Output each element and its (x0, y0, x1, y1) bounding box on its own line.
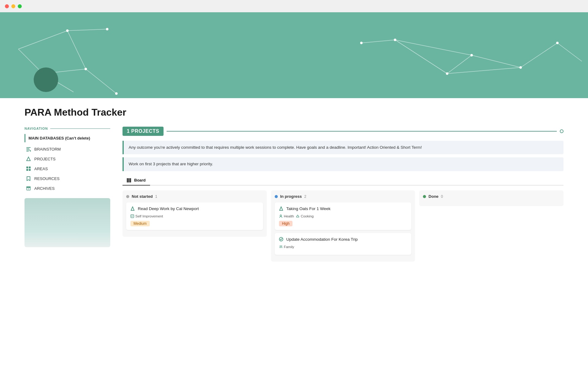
sidebar-item-areas[interactable]: AREAS (24, 164, 110, 174)
board-tab-icon (127, 178, 132, 183)
card-taking-oats[interactable]: Taking Oats For 1 Week Health (275, 202, 412, 230)
page-title: PARA Method Tracker (24, 107, 564, 118)
priority-badge-high: High (279, 221, 293, 226)
svg-point-10 (85, 68, 87, 70)
hero-banner (0, 12, 588, 98)
sidebar-item-label-areas: AREAS (34, 167, 48, 171)
dot-not-started (126, 195, 129, 198)
priority-badge-medium: Medium (130, 221, 150, 226)
minimize-button[interactable] (11, 4, 15, 8)
list-icon (26, 146, 31, 152)
svg-rect-32 (26, 167, 28, 168)
main-db-label: MAIN DATABASES (Can't delete) (28, 134, 110, 142)
main-content: PARA Method Tracker NAVIGATION MAIN DATA… (0, 98, 588, 274)
svg-line-6 (67, 31, 86, 69)
card-korea-trip[interactable]: Update Accommodation For Korea Trip (275, 233, 412, 255)
board-tabs: Board (123, 175, 564, 186)
card-check-icon-3 (279, 237, 284, 242)
svg-rect-40 (128, 178, 130, 182)
sidebar-item-resources[interactable]: RESOURCES (24, 174, 110, 183)
card-priority-1: Medium (130, 220, 259, 226)
column-done: Done 0 (419, 190, 564, 206)
svg-point-22 (446, 72, 448, 75)
content-area: 1 PROJECTS Any outcome you're actively c… (123, 127, 564, 262)
card-title-3: Update Accommodation For Korea Trip (286, 237, 358, 243)
tab-board[interactable]: Board (123, 175, 150, 186)
hero-circle (34, 67, 58, 92)
card-title-row-1: Read Deep Work by Cal Newport (130, 206, 259, 212)
sidebar-item-label-archives: ARCHIVES (34, 186, 55, 191)
column-header-done: Done 0 (423, 194, 560, 199)
svg-rect-34 (26, 169, 28, 171)
archive-icon (26, 186, 31, 191)
sidebar-image (24, 198, 110, 247)
card-priority-2: High (279, 220, 407, 226)
svg-line-15 (472, 55, 521, 67)
column-label-done: Done (428, 194, 439, 199)
dot-in-progress (275, 195, 278, 198)
section-dot (560, 129, 564, 133)
hero-svg (0, 12, 588, 98)
info-box-1: Any outcome you're actively committed to… (123, 141, 564, 154)
column-label-not-started: Not started (132, 194, 153, 199)
project-icon (26, 156, 31, 162)
svg-line-0 (18, 31, 67, 49)
card-project-icon-2 (279, 206, 284, 211)
svg-line-19 (447, 67, 521, 74)
section-line (167, 131, 557, 132)
grid-icon (26, 166, 31, 171)
column-in-progress: In progress 2 Taking Oats For 1 Week (271, 190, 415, 262)
card-tags-1: Self Improvement (130, 214, 259, 218)
sidebar-item-label-resources: RESOURCES (34, 176, 59, 181)
layout: NAVIGATION MAIN DATABASES (Can't delete) (24, 127, 564, 262)
sidebar-item-archives[interactable]: ARCHIVES (24, 183, 110, 193)
column-header-not-started: Not started 1 (126, 194, 263, 199)
titlebar (0, 0, 588, 12)
nav-section-main: MAIN DATABASES (Can't delete) (24, 134, 110, 142)
svg-marker-46 (280, 207, 283, 210)
sidebar-item-label-projects: PROJECTS (34, 157, 55, 161)
column-count-not-started: 1 (155, 194, 157, 199)
bookmark-icon (26, 176, 31, 181)
card-project-icon-1 (130, 206, 135, 211)
svg-point-25 (556, 42, 559, 44)
svg-point-11 (115, 92, 118, 95)
svg-point-21 (394, 39, 396, 41)
svg-point-20 (360, 42, 363, 44)
card-tag-self-improvement: Self Improvement (130, 214, 163, 218)
card-tag-health: Health (279, 214, 294, 218)
maximize-button[interactable] (18, 4, 22, 8)
column-count-in-progress: 2 (304, 194, 306, 199)
svg-line-17 (557, 43, 582, 61)
card-tags-2: Health Cooking (279, 214, 407, 218)
svg-rect-41 (130, 178, 131, 182)
card-tags-3: Family (279, 245, 407, 249)
column-header-in-progress: In progress 2 (275, 194, 412, 199)
card-tag-cooking: Cooking (296, 214, 314, 218)
sidebar-item-projects[interactable]: PROJECTS (24, 154, 110, 164)
close-button[interactable] (5, 4, 9, 8)
svg-marker-42 (131, 207, 134, 210)
section-title-badge: 1 PROJECTS (123, 127, 164, 136)
svg-point-30 (30, 150, 31, 151)
card-read-deep-work[interactable]: Read Deep Work by Cal Newport Self Impro… (126, 202, 263, 230)
sidebar-item-brainstorm[interactable]: BRAINSTORM (24, 144, 110, 154)
sidebar-item-label-brainstorm: BRAINSTORM (34, 147, 61, 151)
svg-point-7 (66, 29, 69, 32)
section-title: 1 PROJECTS (127, 128, 159, 134)
svg-line-5 (86, 69, 116, 94)
sidebar: NAVIGATION MAIN DATABASES (Can't delete) (24, 127, 110, 247)
info-box-2: Work on first 3 projects that are higher… (123, 157, 564, 171)
svg-rect-28 (26, 150, 30, 150)
svg-rect-29 (26, 151, 29, 151)
svg-point-24 (519, 66, 522, 69)
card-title-2: Taking Oats For 1 Week (286, 206, 331, 212)
card-title-row-2: Taking Oats For 1 Week (279, 206, 407, 212)
board: Not started 1 Read Deep Work by Cal Newp… (123, 190, 564, 262)
svg-rect-27 (26, 148, 29, 149)
svg-line-12 (361, 40, 395, 43)
svg-point-51 (281, 246, 282, 247)
svg-point-8 (106, 28, 108, 30)
nav-label: NAVIGATION (24, 127, 110, 130)
svg-rect-26 (26, 147, 31, 148)
